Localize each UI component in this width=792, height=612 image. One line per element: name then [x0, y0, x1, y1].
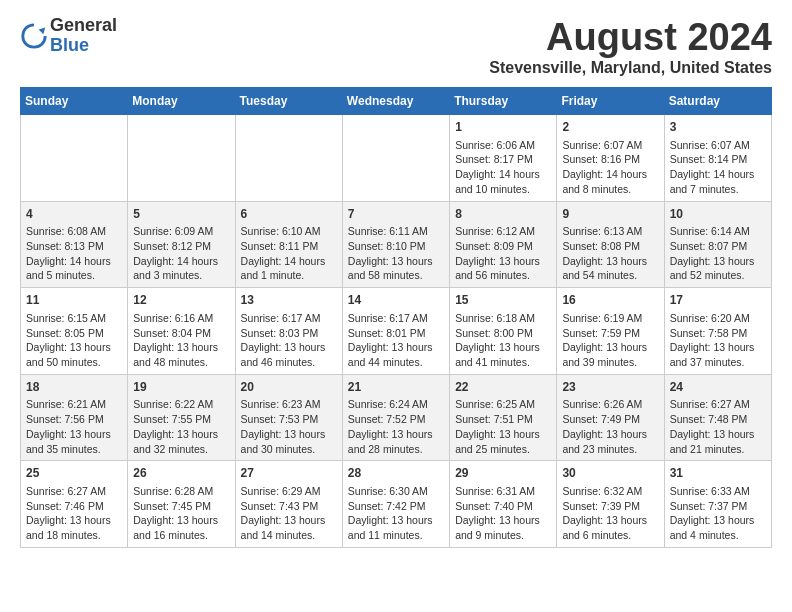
- calendar-cell: 19Sunrise: 6:22 AM Sunset: 7:55 PM Dayli…: [128, 374, 235, 461]
- header-thursday: Thursday: [450, 88, 557, 115]
- day-number: 25: [26, 465, 122, 482]
- day-number: 11: [26, 292, 122, 309]
- calendar-cell: 23Sunrise: 6:26 AM Sunset: 7:49 PM Dayli…: [557, 374, 664, 461]
- calendar-cell: 8Sunrise: 6:12 AM Sunset: 8:09 PM Daylig…: [450, 201, 557, 288]
- week-row-4: 18Sunrise: 6:21 AM Sunset: 7:56 PM Dayli…: [21, 374, 772, 461]
- day-info: Sunrise: 6:22 AM Sunset: 7:55 PM Dayligh…: [133, 397, 229, 456]
- day-info: Sunrise: 6:07 AM Sunset: 8:16 PM Dayligh…: [562, 138, 658, 197]
- main-title: August 2024: [489, 16, 772, 59]
- header-tuesday: Tuesday: [235, 88, 342, 115]
- day-number: 12: [133, 292, 229, 309]
- day-info: Sunrise: 6:29 AM Sunset: 7:43 PM Dayligh…: [241, 484, 337, 543]
- day-number: 26: [133, 465, 229, 482]
- title-block: August 2024 Stevensville, Maryland, Unit…: [489, 16, 772, 77]
- day-number: 27: [241, 465, 337, 482]
- header-friday: Friday: [557, 88, 664, 115]
- day-number: 24: [670, 379, 766, 396]
- logo-icon: [20, 22, 48, 50]
- day-number: 8: [455, 206, 551, 223]
- day-info: Sunrise: 6:25 AM Sunset: 7:51 PM Dayligh…: [455, 397, 551, 456]
- day-info: Sunrise: 6:08 AM Sunset: 8:13 PM Dayligh…: [26, 224, 122, 283]
- day-number: 13: [241, 292, 337, 309]
- calendar-cell: 12Sunrise: 6:16 AM Sunset: 8:04 PM Dayli…: [128, 288, 235, 375]
- day-info: Sunrise: 6:17 AM Sunset: 8:03 PM Dayligh…: [241, 311, 337, 370]
- calendar-cell: 28Sunrise: 6:30 AM Sunset: 7:42 PM Dayli…: [342, 461, 449, 548]
- day-number: 29: [455, 465, 551, 482]
- calendar-cell: 26Sunrise: 6:28 AM Sunset: 7:45 PM Dayli…: [128, 461, 235, 548]
- day-number: 7: [348, 206, 444, 223]
- calendar-cell: 25Sunrise: 6:27 AM Sunset: 7:46 PM Dayli…: [21, 461, 128, 548]
- calendar-cell: [235, 115, 342, 202]
- calendar-table: Sunday Monday Tuesday Wednesday Thursday…: [20, 87, 772, 548]
- day-info: Sunrise: 6:12 AM Sunset: 8:09 PM Dayligh…: [455, 224, 551, 283]
- day-info: Sunrise: 6:10 AM Sunset: 8:11 PM Dayligh…: [241, 224, 337, 283]
- day-info: Sunrise: 6:14 AM Sunset: 8:07 PM Dayligh…: [670, 224, 766, 283]
- calendar-cell: [21, 115, 128, 202]
- calendar-cell: 7Sunrise: 6:11 AM Sunset: 8:10 PM Daylig…: [342, 201, 449, 288]
- day-info: Sunrise: 6:20 AM Sunset: 7:58 PM Dayligh…: [670, 311, 766, 370]
- calendar-cell: 20Sunrise: 6:23 AM Sunset: 7:53 PM Dayli…: [235, 374, 342, 461]
- day-info: Sunrise: 6:33 AM Sunset: 7:37 PM Dayligh…: [670, 484, 766, 543]
- day-info: Sunrise: 6:19 AM Sunset: 7:59 PM Dayligh…: [562, 311, 658, 370]
- day-number: 3: [670, 119, 766, 136]
- calendar-cell: 24Sunrise: 6:27 AM Sunset: 7:48 PM Dayli…: [664, 374, 771, 461]
- day-info: Sunrise: 6:31 AM Sunset: 7:40 PM Dayligh…: [455, 484, 551, 543]
- day-number: 28: [348, 465, 444, 482]
- day-info: Sunrise: 6:09 AM Sunset: 8:12 PM Dayligh…: [133, 224, 229, 283]
- day-number: 6: [241, 206, 337, 223]
- day-number: 14: [348, 292, 444, 309]
- calendar-cell: 30Sunrise: 6:32 AM Sunset: 7:39 PM Dayli…: [557, 461, 664, 548]
- header: General Blue August 2024 Stevensville, M…: [20, 16, 772, 77]
- day-info: Sunrise: 6:30 AM Sunset: 7:42 PM Dayligh…: [348, 484, 444, 543]
- day-info: Sunrise: 6:23 AM Sunset: 7:53 PM Dayligh…: [241, 397, 337, 456]
- day-number: 20: [241, 379, 337, 396]
- calendar-cell: 22Sunrise: 6:25 AM Sunset: 7:51 PM Dayli…: [450, 374, 557, 461]
- day-info: Sunrise: 6:16 AM Sunset: 8:04 PM Dayligh…: [133, 311, 229, 370]
- week-row-2: 4Sunrise: 6:08 AM Sunset: 8:13 PM Daylig…: [21, 201, 772, 288]
- day-number: 18: [26, 379, 122, 396]
- week-row-5: 25Sunrise: 6:27 AM Sunset: 7:46 PM Dayli…: [21, 461, 772, 548]
- calendar-cell: 9Sunrise: 6:13 AM Sunset: 8:08 PM Daylig…: [557, 201, 664, 288]
- day-number: 15: [455, 292, 551, 309]
- day-number: 9: [562, 206, 658, 223]
- day-number: 17: [670, 292, 766, 309]
- calendar-cell: [342, 115, 449, 202]
- day-info: Sunrise: 6:27 AM Sunset: 7:46 PM Dayligh…: [26, 484, 122, 543]
- subtitle: Stevensville, Maryland, United States: [489, 59, 772, 77]
- calendar-cell: 13Sunrise: 6:17 AM Sunset: 8:03 PM Dayli…: [235, 288, 342, 375]
- day-number: 22: [455, 379, 551, 396]
- day-info: Sunrise: 6:27 AM Sunset: 7:48 PM Dayligh…: [670, 397, 766, 456]
- day-number: 2: [562, 119, 658, 136]
- day-number: 23: [562, 379, 658, 396]
- calendar-cell: 18Sunrise: 6:21 AM Sunset: 7:56 PM Dayli…: [21, 374, 128, 461]
- day-number: 10: [670, 206, 766, 223]
- calendar-cell: 6Sunrise: 6:10 AM Sunset: 8:11 PM Daylig…: [235, 201, 342, 288]
- calendar-cell: 1Sunrise: 6:06 AM Sunset: 8:17 PM Daylig…: [450, 115, 557, 202]
- day-number: 4: [26, 206, 122, 223]
- day-info: Sunrise: 6:18 AM Sunset: 8:00 PM Dayligh…: [455, 311, 551, 370]
- day-number: 16: [562, 292, 658, 309]
- calendar-cell: 4Sunrise: 6:08 AM Sunset: 8:13 PM Daylig…: [21, 201, 128, 288]
- day-number: 1: [455, 119, 551, 136]
- header-wednesday: Wednesday: [342, 88, 449, 115]
- calendar-cell: 3Sunrise: 6:07 AM Sunset: 8:14 PM Daylig…: [664, 115, 771, 202]
- week-row-1: 1Sunrise: 6:06 AM Sunset: 8:17 PM Daylig…: [21, 115, 772, 202]
- header-sunday: Sunday: [21, 88, 128, 115]
- day-info: Sunrise: 6:13 AM Sunset: 8:08 PM Dayligh…: [562, 224, 658, 283]
- calendar-body: 1Sunrise: 6:06 AM Sunset: 8:17 PM Daylig…: [21, 115, 772, 548]
- calendar-cell: 10Sunrise: 6:14 AM Sunset: 8:07 PM Dayli…: [664, 201, 771, 288]
- day-info: Sunrise: 6:07 AM Sunset: 8:14 PM Dayligh…: [670, 138, 766, 197]
- day-number: 30: [562, 465, 658, 482]
- day-info: Sunrise: 6:28 AM Sunset: 7:45 PM Dayligh…: [133, 484, 229, 543]
- day-info: Sunrise: 6:11 AM Sunset: 8:10 PM Dayligh…: [348, 224, 444, 283]
- calendar-cell: 27Sunrise: 6:29 AM Sunset: 7:43 PM Dayli…: [235, 461, 342, 548]
- day-number: 31: [670, 465, 766, 482]
- calendar-cell: 15Sunrise: 6:18 AM Sunset: 8:00 PM Dayli…: [450, 288, 557, 375]
- calendar-cell: 16Sunrise: 6:19 AM Sunset: 7:59 PM Dayli…: [557, 288, 664, 375]
- day-info: Sunrise: 6:17 AM Sunset: 8:01 PM Dayligh…: [348, 311, 444, 370]
- day-number: 5: [133, 206, 229, 223]
- week-row-3: 11Sunrise: 6:15 AM Sunset: 8:05 PM Dayli…: [21, 288, 772, 375]
- day-info: Sunrise: 6:06 AM Sunset: 8:17 PM Dayligh…: [455, 138, 551, 197]
- logo-general-text: General: [50, 15, 117, 35]
- calendar-cell: 17Sunrise: 6:20 AM Sunset: 7:58 PM Dayli…: [664, 288, 771, 375]
